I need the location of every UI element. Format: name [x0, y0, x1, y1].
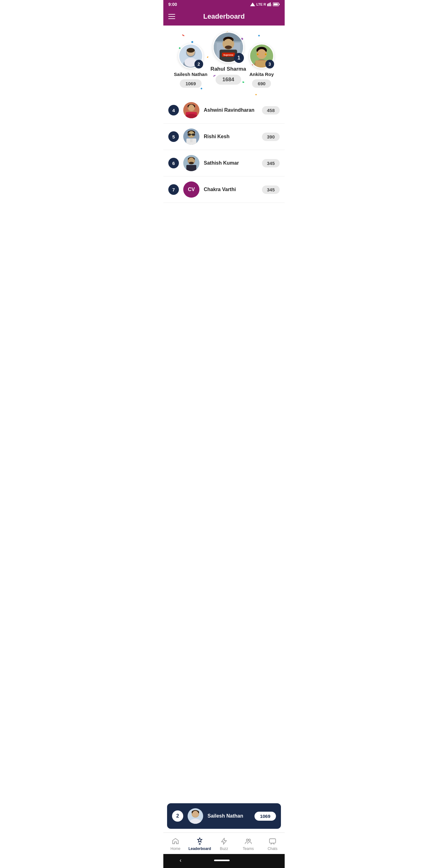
chats-icon — [268, 837, 277, 845]
avatar-7-initials: CV — [183, 181, 199, 198]
home-indicator[interactable] — [214, 860, 230, 861]
svg-point-63 — [249, 839, 251, 841]
svg-rect-53 — [186, 165, 196, 171]
nav-home-label: Home — [170, 846, 181, 851]
rank-7: 7 — [168, 184, 179, 195]
leaderboard-list: 4 Ashwini Ravindharan 458 5 — [163, 97, 285, 800]
third-name: Ankita Roy — [250, 71, 274, 77]
system-nav: ‹ — [163, 854, 285, 868]
first-name: Rahul Sharma — [211, 66, 246, 72]
status-bar: 9:00 LTE R — [163, 0, 285, 9]
svg-point-29 — [257, 49, 266, 59]
list-item[interactable]: 7 CV Chakra Varthi 345 — [163, 177, 285, 203]
third-rank-badge: 3 — [265, 60, 274, 68]
nav-leaderboard[interactable]: Leaderboard — [188, 836, 212, 852]
podium-third: 3 Ankita Roy 690 — [249, 43, 274, 88]
svg-point-13 — [187, 48, 195, 53]
avatar-6 — [183, 155, 199, 171]
rank-4: 4 — [168, 105, 179, 116]
nav-chats-label: Chats — [267, 846, 277, 851]
score-6: 345 — [262, 159, 280, 167]
bottom-nav: Home Leaderboard Buzz — [163, 833, 285, 854]
rank-6: 6 — [168, 158, 179, 168]
name-4: Ashwini Ravindharan — [204, 107, 258, 113]
status-time: 9:00 — [168, 2, 177, 7]
svg-rect-44 — [188, 133, 191, 136]
list-item[interactable]: 5 Rishi Kesh 390 — [163, 124, 285, 150]
nav-buzz-label: Buzz — [220, 846, 228, 851]
second-name: Sailesh Nathan — [174, 71, 207, 77]
third-avatar-wrapper: 3 — [249, 43, 274, 68]
svg-rect-6 — [274, 3, 278, 5]
podium-section: 2 Sailesh Nathan 1069 — [163, 26, 285, 97]
nav-buzz[interactable]: Buzz — [212, 836, 236, 852]
svg-rect-45 — [192, 133, 195, 136]
current-user-score: 1069 — [255, 812, 276, 821]
svg-point-30 — [257, 54, 259, 55]
teams-icon — [244, 837, 252, 845]
svg-rect-4 — [271, 4, 271, 6]
svg-rect-46 — [191, 134, 192, 135]
podium-row: 2 Sailesh Nathan 1069 — [166, 32, 282, 88]
svg-marker-0 — [250, 2, 255, 6]
svg-rect-48 — [190, 138, 193, 142]
nav-teams[interactable]: Teams — [236, 836, 260, 852]
nav-chats[interactable]: Chats — [260, 836, 285, 852]
back-button[interactable]: ‹ — [180, 857, 181, 864]
hamburger-menu[interactable] — [168, 14, 175, 19]
svg-rect-7 — [279, 4, 280, 5]
current-user-avatar — [188, 808, 203, 824]
podium-first: Supreme 1 Rahul Sharma 1684 — [211, 32, 246, 85]
app-header: Leaderboard — [163, 9, 285, 26]
current-user-rank: 2 — [172, 810, 183, 822]
first-rank-badge: 1 — [234, 53, 244, 63]
leaderboard-icon — [196, 837, 204, 845]
nav-home[interactable]: Home — [163, 836, 188, 852]
home-icon — [171, 837, 180, 845]
page-title: Leaderboard — [203, 12, 245, 21]
svg-rect-3 — [270, 2, 271, 6]
current-user-name: Sailesh Nathan — [207, 813, 250, 819]
svg-point-62 — [247, 839, 248, 841]
score-5: 390 — [262, 132, 280, 141]
avatar-4 — [183, 102, 199, 118]
rank-5: 5 — [168, 131, 179, 142]
svg-point-37 — [188, 104, 194, 111]
svg-point-60 — [199, 843, 200, 845]
score-7: 345 — [262, 185, 280, 194]
current-user-bar: 2 Sailesh Nathan 1069 — [167, 803, 281, 829]
avatar-5 — [183, 128, 199, 145]
svg-rect-64 — [269, 839, 276, 843]
nav-leaderboard-label: Leaderboard — [189, 846, 211, 851]
name-6: Sathish Kumar — [204, 160, 258, 166]
buzz-icon — [220, 837, 228, 845]
third-score: 690 — [252, 80, 271, 88]
name-7: Chakra Varthi — [204, 187, 258, 192]
svg-point-31 — [265, 54, 267, 55]
first-score: 1684 — [216, 75, 241, 85]
svg-point-21 — [225, 45, 232, 49]
svg-rect-1 — [267, 4, 268, 6]
second-score: 1069 — [180, 80, 201, 88]
second-avatar-wrapper: 2 — [178, 43, 203, 68]
score-4: 458 — [262, 106, 280, 115]
second-rank-badge: 2 — [194, 60, 203, 68]
svg-point-58 — [192, 811, 198, 817]
list-item[interactable]: 6 Sathish Kumar 345 — [163, 150, 285, 177]
svg-point-54 — [189, 162, 194, 164]
first-avatar-wrapper: Supreme 1 — [213, 32, 244, 63]
list-item[interactable]: 4 Ashwini Ravindharan 458 — [163, 97, 285, 124]
name-5: Rishi Kesh — [204, 134, 258, 140]
podium-second: 2 Sailesh Nathan 1069 — [174, 43, 207, 88]
svg-rect-2 — [268, 3, 269, 6]
svg-text:Supreme: Supreme — [223, 54, 233, 56]
lte-indicator: LTE R — [256, 2, 266, 6]
nav-teams-label: Teams — [243, 846, 254, 851]
status-icons: LTE R — [250, 2, 280, 6]
